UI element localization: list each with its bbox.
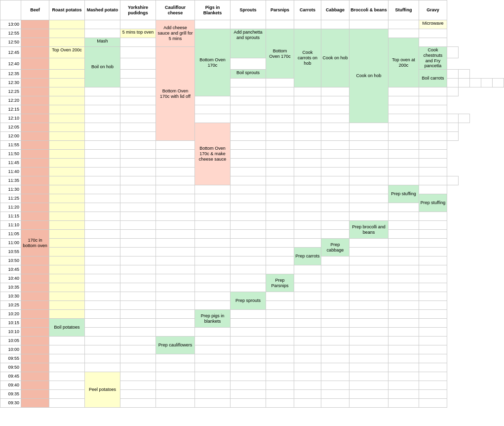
- roast-1215: [49, 105, 85, 114]
- beef-0930: [21, 399, 49, 408]
- roast-1000: [49, 345, 85, 354]
- cauliflower-0940: [156, 381, 195, 390]
- roast-1210: [49, 114, 85, 123]
- carrots-1140: [294, 168, 321, 176]
- row-1210: 12:10: [0, 114, 504, 123]
- parsnips-1125: [266, 194, 294, 203]
- row-1150: 11:50: [0, 150, 504, 159]
- sprouts-1145: [231, 159, 266, 168]
- yorkshire-1100: [120, 239, 156, 248]
- cabbage-1005: [321, 337, 349, 345]
- parsnips-1300: [266, 20, 294, 29]
- yorkshire-1145: [120, 159, 156, 168]
- gravy-1035: [419, 283, 447, 292]
- cabbage-1040: [321, 274, 349, 283]
- time-1300: 13:00: [0, 20, 21, 29]
- stuffing-0955: [388, 354, 419, 363]
- sprouts-0930: [231, 399, 266, 408]
- time-1015: 10:15: [0, 319, 21, 328]
- parsnips-1020: [266, 310, 294, 319]
- parsnips-1055: [266, 248, 294, 256]
- pigs-1125: [195, 194, 231, 203]
- time-1040: 10:40: [0, 274, 21, 283]
- stuffing-1030: [388, 292, 419, 301]
- parsnips-1000: [266, 345, 294, 354]
- carrots-1135: [321, 176, 349, 185]
- yorkshire-1050: [120, 256, 156, 265]
- broccoli-1100: [349, 239, 388, 248]
- yorkshire-1200: [120, 132, 156, 141]
- cabbage-0950: [321, 363, 349, 372]
- gravy-0950: [419, 363, 447, 372]
- beef-1020: [21, 310, 49, 319]
- roast-1200: [49, 132, 85, 141]
- gravy-1145: [419, 159, 447, 168]
- broccoli-1205: [388, 123, 419, 132]
- cabbage-1205: [349, 123, 388, 132]
- parsnips-1145: [266, 159, 294, 168]
- gravy-0945: [419, 372, 447, 381]
- carrots-1015: [294, 319, 321, 328]
- parsnips-1110: [266, 221, 294, 230]
- gravy-1050: [419, 256, 447, 265]
- stuffing-1210: [447, 114, 459, 123]
- pigs-1045: [195, 265, 231, 274]
- yorkshire-1255: 5 mins top oven: [120, 29, 156, 38]
- cauliflower-0935: [156, 390, 195, 399]
- mashed-1150: [85, 150, 120, 159]
- roast-0950: [49, 363, 85, 372]
- row-1130: 11:30 Prep stuffing: [0, 185, 504, 194]
- broccoli-1035: [349, 283, 388, 292]
- header-roast: Roast potatos: [49, 0, 85, 20]
- stuffing-1035: [388, 283, 419, 292]
- header-parsnips: Parsnips: [266, 0, 294, 20]
- cabbage-1220: [321, 96, 349, 105]
- broccoli-0955: [349, 354, 388, 363]
- cauliflower-1045: [156, 265, 195, 274]
- parsnips-1130: [266, 185, 294, 194]
- parsnips-1155: [266, 141, 294, 150]
- beef-0955: [21, 354, 49, 363]
- parsnips-1255: Bottom Oven 170c: [266, 29, 294, 79]
- mashed-1015: [85, 319, 120, 328]
- stuffing-1150: [388, 150, 419, 159]
- broccoli-1045: [349, 265, 388, 274]
- schedule-table: Beef Roast potatos Mashed potato Yorkshi…: [0, 0, 504, 408]
- beef-1235: [21, 70, 49, 79]
- row-0955: 09:55: [0, 354, 504, 363]
- stuffing-1110: [388, 221, 419, 230]
- carrots-1115: [294, 212, 321, 221]
- broccoli-1030: [349, 292, 388, 301]
- pigs-0940: [195, 381, 231, 390]
- row-1035: 10:35: [0, 283, 504, 292]
- cabbage-1140: [321, 168, 349, 176]
- stuffing-1250: Top oven at 200c: [388, 38, 419, 87]
- time-1120: 11:20: [0, 203, 21, 212]
- row-0950: 09:50: [0, 363, 504, 372]
- cabbage-0935: [321, 390, 349, 399]
- yorkshire-0950: [120, 363, 156, 372]
- gravy-1225: [447, 87, 459, 96]
- cauliflower-0930: [156, 399, 195, 408]
- gravy-1135: [447, 176, 459, 185]
- time-1135: 11:35: [0, 176, 21, 185]
- cabbage-1020: [321, 310, 349, 319]
- carrots-1300: [294, 20, 321, 29]
- cabbage-1210: [388, 114, 419, 123]
- sprouts-1200: [266, 132, 294, 141]
- time-1250: 12:50: [0, 38, 21, 47]
- yorkshire-1035: [120, 283, 156, 292]
- beef-1045: [21, 265, 49, 274]
- stuffing-1215: [388, 105, 419, 114]
- yorkshire-1105: [120, 230, 156, 239]
- mashed-1220: [85, 96, 120, 105]
- beef-1005: [21, 337, 49, 345]
- row-0930: 09:30: [0, 399, 504, 408]
- pigs-1040: [195, 274, 231, 283]
- roast-1125: [49, 194, 85, 203]
- cabbage-1125: [321, 194, 349, 203]
- sprouts-1125: [231, 194, 266, 203]
- roast-0955: [49, 354, 85, 363]
- time-1230: 12:30: [0, 79, 21, 87]
- mashed-1255: [85, 29, 120, 38]
